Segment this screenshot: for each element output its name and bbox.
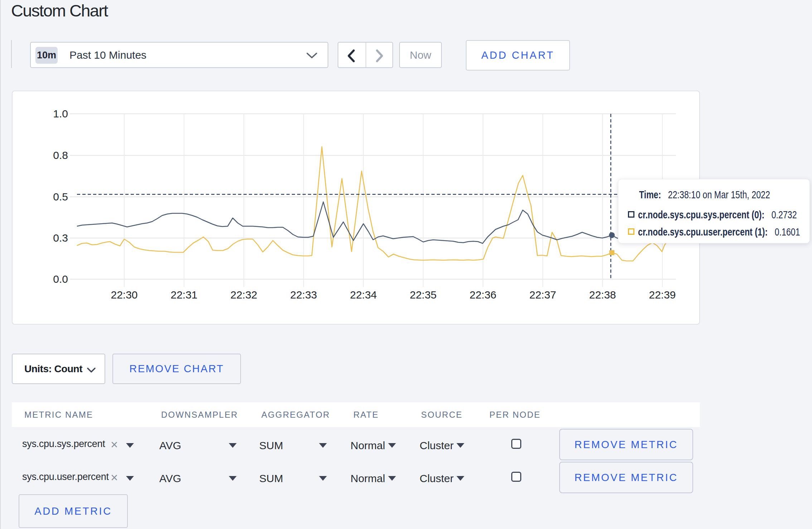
svg-text:22:32: 22:32 xyxy=(230,289,257,301)
svg-text:22:33: 22:33 xyxy=(290,289,317,301)
svg-text:22:34: 22:34 xyxy=(350,289,377,301)
svg-text:22:30: 22:30 xyxy=(111,289,137,301)
svg-text:0.3: 0.3 xyxy=(53,232,68,244)
svg-text:22:39: 22:39 xyxy=(649,289,676,301)
svg-text:22:38: 22:38 xyxy=(589,289,616,301)
svg-text:0.0: 0.0 xyxy=(53,273,68,285)
svg-text:22:31: 22:31 xyxy=(170,289,197,301)
svg-text:22:37: 22:37 xyxy=(529,289,556,301)
svg-text:0.8: 0.8 xyxy=(53,149,68,161)
svg-text:0.5: 0.5 xyxy=(53,191,68,203)
svg-text:22:36: 22:36 xyxy=(469,289,496,301)
svg-text:22:35: 22:35 xyxy=(410,289,436,301)
svg-text:1.0: 1.0 xyxy=(53,108,68,120)
